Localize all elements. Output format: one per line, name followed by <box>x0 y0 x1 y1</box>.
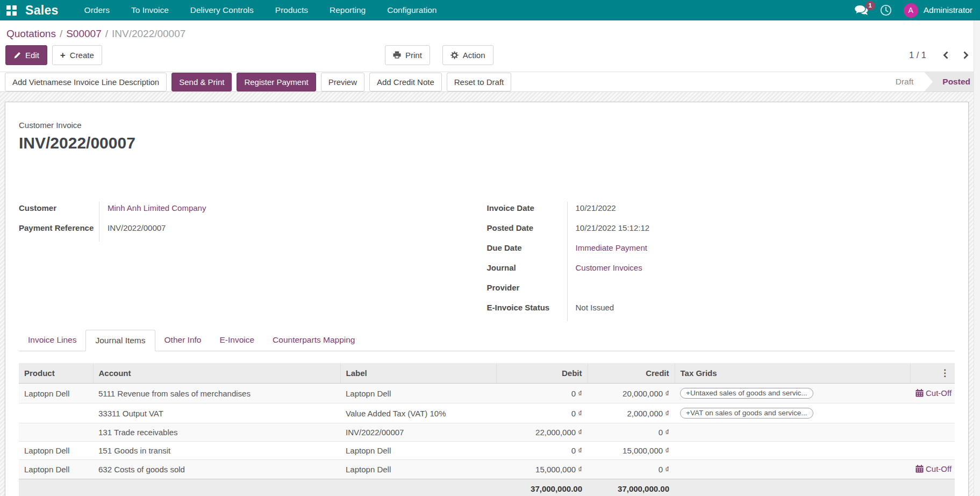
print-button[interactable]: Print <box>385 45 430 65</box>
gear-icon <box>450 51 459 59</box>
menu-item-configuration[interactable]: Configuration <box>376 0 447 20</box>
apps-grid-icon[interactable] <box>6 5 17 16</box>
journal-item-row[interactable]: Laptopn Dell 632 Costs of goods sold Lap… <box>19 460 955 479</box>
menu-item-delivery-controls[interactable]: Delivery Controls <box>180 0 264 20</box>
field-customer-label: Customer <box>19 202 99 222</box>
action-button-label: Action <box>463 51 485 59</box>
cell-product <box>19 423 93 442</box>
register-payment-button[interactable]: Register Payment <box>237 73 316 91</box>
messages-icon[interactable]: 1 <box>855 5 868 16</box>
user-menu[interactable]: A Administrator <box>904 3 972 18</box>
app-brand-sales[interactable]: Sales <box>25 3 59 18</box>
navbar-systray: 1 A Administrator <box>855 3 972 18</box>
breadcrumb-separator: / <box>102 28 112 39</box>
top-navbar: Sales Orders To Invoice Delivery Control… <box>0 0 980 20</box>
menu-item-orders[interactable]: Orders <box>74 0 120 20</box>
tab-e-invoice[interactable]: E-Invoice <box>210 330 263 351</box>
totals-empty <box>340 479 496 496</box>
state-posted[interactable]: Posted <box>924 72 980 91</box>
journal-item-row[interactable]: Laptopn Dell 151 Goods in transit Laptop… <box>19 442 955 460</box>
activities-clock-icon[interactable] <box>880 4 892 16</box>
column-header-tax-grids[interactable]: Tax Grids <box>675 363 910 384</box>
state-draft[interactable]: Draft <box>885 72 925 91</box>
menu-item-reporting[interactable]: Reporting <box>319 0 376 20</box>
fields-left-group: Customer Minh Anh Limited Company Paymen… <box>19 202 468 321</box>
pager-previous-button[interactable] <box>942 51 949 60</box>
journal-items-table-container: Product Account Label Debit Credit Tax G… <box>19 363 955 496</box>
column-options-kebab-icon[interactable]: ⋮ <box>940 368 949 378</box>
cell-tax-grids <box>675 423 910 442</box>
column-header-account[interactable]: Account <box>93 363 340 384</box>
column-header-product[interactable]: Product <box>19 363 93 384</box>
field-journal-value[interactable]: Customer Invoices <box>568 261 642 281</box>
add-vietnamese-invoice-line-description-button[interactable]: Add Vietnamese Invoice Line Description <box>5 73 167 91</box>
invoice-fields: Customer Minh Anh Limited Company Paymen… <box>19 202 955 321</box>
totals-empty <box>910 479 955 496</box>
edit-button[interactable]: Edit <box>5 45 47 65</box>
cell-product: Laptopn Dell <box>19 384 93 403</box>
tab-invoice-lines[interactable]: Invoice Lines <box>19 330 85 351</box>
preview-button[interactable]: Preview <box>321 73 364 91</box>
field-customer-value[interactable]: Minh Anh Limited Company <box>99 202 206 222</box>
cell-cutoff: Cut-Off <box>910 384 955 403</box>
calendar-icon <box>915 389 924 397</box>
scrollbar-track[interactable] <box>974 20 980 496</box>
column-header-label[interactable]: Label <box>340 363 496 384</box>
printer-icon <box>393 51 401 59</box>
add-credit-note-button[interactable]: Add Credit Note <box>369 73 442 91</box>
field-journal-label: Journal <box>487 261 568 281</box>
field-journal: Journal Customer Invoices <box>487 261 955 281</box>
column-header-credit[interactable]: Credit <box>588 363 675 384</box>
journal-item-row[interactable]: Laptopn Dell 5111 Revenue from sales of … <box>19 384 955 403</box>
tab-journal-items[interactable]: Journal Items <box>85 330 155 351</box>
breadcrumb-s00007[interactable]: S00007 <box>66 28 102 39</box>
control-buttons-row: Edit + Create Print <box>0 45 980 72</box>
cell-debit: 22,000,000 ₫ <box>496 423 588 442</box>
totals-empty <box>19 479 93 496</box>
tab-other-info[interactable]: Other Info <box>155 330 211 351</box>
cell-label: Laptopn Dell <box>340 460 496 479</box>
cell-debit: 0 ₫ <box>496 403 588 423</box>
invoice-type-label: Customer Invoice <box>19 121 955 130</box>
pager-next-button[interactable] <box>962 51 969 60</box>
apps-grid-square <box>6 11 11 16</box>
field-customer: Customer Minh Anh Limited Company <box>19 202 468 222</box>
print-action-buttons: Print <box>385 45 493 65</box>
menu-item-products[interactable]: Products <box>264 0 319 20</box>
table-header-row: Product Account Label Debit Credit Tax G… <box>19 363 955 384</box>
send-and-print-button[interactable]: Send & Print <box>171 73 232 91</box>
totals-row: 37,000,000.00 37,000,000.00 <box>19 479 955 496</box>
pager: 1 / 1 <box>909 50 972 60</box>
total-debit: 37,000,000.00 <box>496 479 588 496</box>
cell-cutoff <box>910 423 955 442</box>
column-header-debit[interactable]: Debit <box>496 363 588 384</box>
calendar-icon <box>915 465 924 473</box>
cell-tax-grids: +VAT on sales of goods and service... <box>675 403 910 423</box>
tab-counterparts-mapping[interactable]: Counterparts Mapping <box>263 330 364 351</box>
chevron-right-icon <box>962 51 969 60</box>
cell-label: Value Added Tax (VAT) 10% <box>340 403 496 423</box>
create-button[interactable]: + Create <box>52 45 102 65</box>
field-provider: Provider <box>487 281 955 301</box>
reset-to-draft-button[interactable]: Reset to Draft <box>447 73 512 91</box>
cutoff-button[interactable]: Cut-Off <box>915 388 952 398</box>
pencil-icon <box>13 52 21 59</box>
breadcrumb: Quotations/S00007/INV/2022/00007 <box>0 27 980 45</box>
chevron-left-icon <box>942 51 949 60</box>
field-due-date-value[interactable]: Immediate Payment <box>568 242 647 261</box>
field-posted-date: Posted Date 10/21/2022 15:12:12 <box>487 222 955 242</box>
fields-right-group: Invoice Date 10/21/2022 Posted Date 10/2… <box>487 202 955 321</box>
breadcrumb-quotations[interactable]: Quotations <box>6 28 56 39</box>
menu-item-to-invoice[interactable]: To Invoice <box>120 0 180 20</box>
pager-counter[interactable]: 1 / 1 <box>909 50 926 60</box>
apps-grid-square <box>12 11 17 16</box>
cell-account: 5111 Revenue from sales of merchandises <box>93 384 340 403</box>
cutoff-button[interactable]: Cut-Off <box>915 464 952 473</box>
cell-credit: 0 ₫ <box>588 460 675 479</box>
plus-icon: + <box>60 52 66 59</box>
cell-debit: 15,000,000 ₫ <box>496 460 588 479</box>
journal-item-row[interactable]: 33311 Output VAT Value Added Tax (VAT) 1… <box>19 403 955 423</box>
field-posted-date-value: 10/21/2022 15:12:12 <box>568 222 650 242</box>
action-button[interactable]: Action <box>442 45 493 65</box>
journal-item-row[interactable]: 131 Trade receivables INV/2022/00007 22,… <box>19 423 955 442</box>
